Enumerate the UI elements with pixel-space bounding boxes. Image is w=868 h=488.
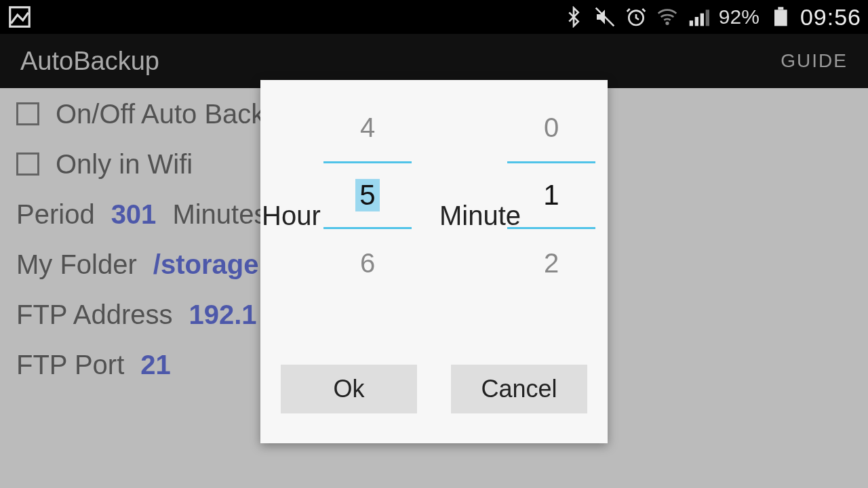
wifi-icon [656,6,678,28]
hour-selected[interactable]: 5 [355,179,379,211]
cancel-button[interactable]: Cancel [451,365,587,413]
minute-selected[interactable]: 1 [539,179,563,211]
checkbox-icon[interactable] [16,102,39,125]
hour-next[interactable]: 6 [323,229,412,297]
minute-label: Minute [438,201,521,231]
ok-button[interactable]: Ok [281,365,417,413]
setting-label: Period [16,198,95,230]
hour-prev[interactable]: 4 [323,94,412,161]
svg-rect-9 [778,7,783,9]
signal-icon [688,6,709,28]
setting-label: FTP Port [16,348,124,381]
app-title: AutoBackup [20,47,159,76]
guide-button[interactable]: GUIDE [781,50,848,72]
minute-prev[interactable]: 0 [507,94,595,161]
minute-picker[interactable]: Minute 0 1 2 [434,94,608,355]
svg-point-3 [667,22,669,24]
hour-selected-wrap[interactable]: 5 [323,161,412,229]
bluetooth-icon [563,6,585,28]
setting-label: Only in Wifi [56,148,193,180]
setting-value: 301 [111,198,157,230]
battery-icon [769,6,791,28]
status-bar: 92% 09:56 [0,0,868,34]
mute-icon [594,6,616,28]
minute-next[interactable]: 2 [507,229,595,297]
checkbox-icon[interactable] [16,152,39,176]
clock: 09:56 [800,4,861,30]
setting-value: 192.1 [189,298,256,331]
hour-label: Hour [260,201,321,231]
setting-value: 21 [140,348,171,381]
setting-unit: Minutes [172,198,267,230]
minute-wheel[interactable]: 0 1 2 [507,94,595,297]
hour-picker[interactable]: Hour 4 5 6 [260,94,434,355]
setting-value: /storage [153,248,259,281]
setting-label: FTP Address [16,298,172,331]
battery-percent: 92% [719,5,760,28]
alarm-icon [625,6,647,28]
setting-label: My Folder [16,248,137,281]
hour-wheel[interactable]: 4 5 6 [323,94,412,297]
setting-label: On/Off Auto Backup [56,98,295,130]
svg-rect-4 [690,20,693,26]
svg-rect-8 [774,9,787,26]
time-picker-dialog: Hour 4 5 6 Minute 0 1 2 Ok Cancel [260,80,608,443]
svg-rect-6 [701,14,704,26]
picture-icon [7,4,33,30]
svg-rect-5 [695,17,698,26]
svg-rect-7 [706,9,709,26]
